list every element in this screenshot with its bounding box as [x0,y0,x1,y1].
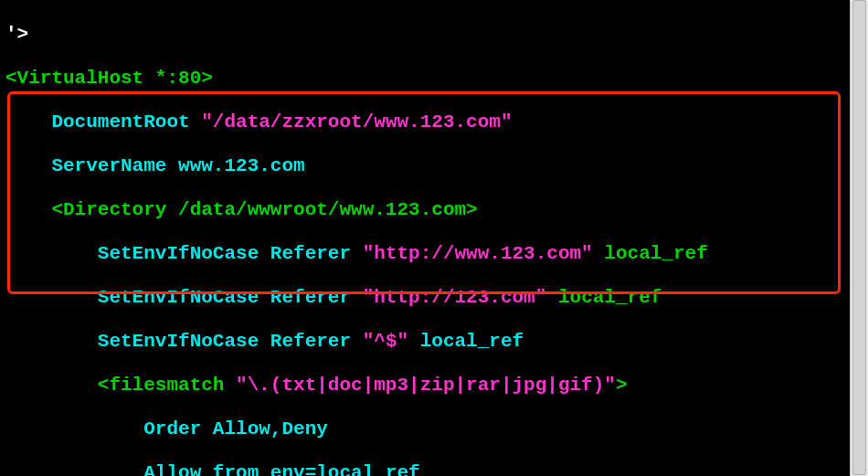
vertical-scrollbar[interactable] [850,0,868,476]
code-line: <Directory /data/wwwroot/www.123.com> [5,199,868,221]
string: "http://www.123.com" [363,243,593,264]
scrollbar-thumb[interactable] [852,0,866,475]
directive: Order [5,418,213,439]
directive: SetEnvIfNoCase Referer [5,243,363,264]
string: "/data/zzxroot/www.123.com" [201,111,512,132]
code-line: SetEnvIfNoCase Referer "http://www.123.c… [5,243,868,265]
code-line: SetEnvIfNoCase Referer "^$" local_ref [5,331,868,353]
code-line: ServerName www.123.com [5,155,868,177]
flag: local_ref [558,287,662,308]
string: "\.(txt|doc|mp3|zip|rar|jpg|gif)" [236,375,616,396]
directive: ServerName [5,155,178,176]
directive: SetEnvIfNoCase Referer [5,287,363,308]
code-editor[interactable]: '> <VirtualHost *:80> DocumentRoot "/dat… [0,0,868,476]
tag-open: <VirtualHost *:80> [5,68,213,89]
directive: DocumentRoot [5,111,201,132]
code-line: <filesmatch "\.(txt|doc|mp3|zip|rar|jpg|… [5,375,868,397]
code-line: DocumentRoot "/data/zzxroot/www.123.com" [5,111,868,133]
code-line: '> [5,24,868,46]
tag-close-bracket: > [616,375,628,396]
flag: local_ref [604,243,707,264]
code-line: SetEnvIfNoCase Referer "http://123.com" … [5,287,868,309]
code-line: Order Allow,Deny [5,418,868,440]
arg: env=local_ref [270,462,420,476]
code-line: Allow from env=local_ref [5,462,868,476]
code-line: <VirtualHost *:80> [5,68,868,90]
arg: Allow,Deny [213,418,328,439]
tag-open: <filesmatch [5,375,236,396]
string: "http://123.com" [363,287,547,308]
txt: '> [5,24,28,45]
tag-open: <Directory /data/wwwroot/www.123.com> [5,199,478,220]
value: www.123.com [178,155,305,176]
directive: SetEnvIfNoCase Referer [5,331,363,352]
string: "^$" [363,331,408,352]
directive: Allow from [5,462,270,476]
flag: local_ref [420,331,524,352]
